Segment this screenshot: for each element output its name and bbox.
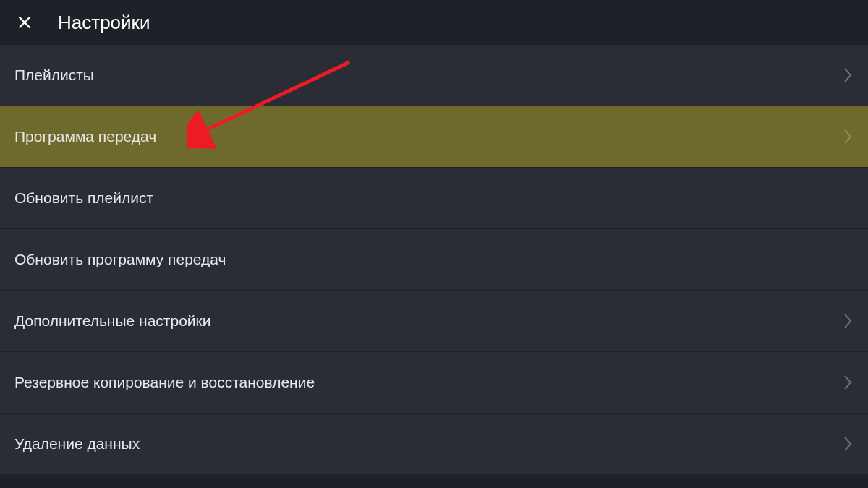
menu-item-label: Плейлисты (14, 67, 94, 84)
menu-item-playlists[interactable]: Плейлисты (0, 45, 868, 106)
page-title: Настройки (58, 12, 150, 34)
close-button[interactable] (14, 12, 35, 33)
close-icon (17, 14, 33, 30)
chevron-right-icon (842, 65, 854, 85)
menu-item-tv-guide[interactable]: Программа передач (0, 106, 868, 168)
menu-item-backup-restore[interactable]: Резервное копирование и восстановление (0, 352, 868, 414)
settings-menu: Плейлисты Программа передач Обновить пле… (0, 45, 868, 475)
chevron-right-icon (842, 127, 854, 147)
chevron-right-icon (842, 372, 854, 393)
menu-item-label: Удаление данных (14, 435, 140, 453)
menu-item-label: Обновить плейлист (14, 189, 153, 207)
chevron-right-icon (842, 311, 854, 331)
chevron-right-icon (842, 434, 854, 454)
menu-item-delete-data[interactable]: Удаление данных (0, 414, 868, 475)
menu-item-update-tv-guide[interactable]: Обновить программу передач (0, 229, 868, 291)
menu-item-label: Дополнительные настройки (14, 312, 210, 330)
menu-item-update-playlist[interactable]: Обновить плейлист (0, 168, 868, 229)
menu-item-label: Программа передач (14, 128, 156, 145)
header: Настройки (0, 0, 868, 45)
menu-item-label: Обновить программу передач (14, 251, 226, 268)
menu-item-advanced-settings[interactable]: Дополнительные настройки (0, 291, 868, 352)
menu-item-label: Резервное копирование и восстановление (14, 374, 315, 391)
